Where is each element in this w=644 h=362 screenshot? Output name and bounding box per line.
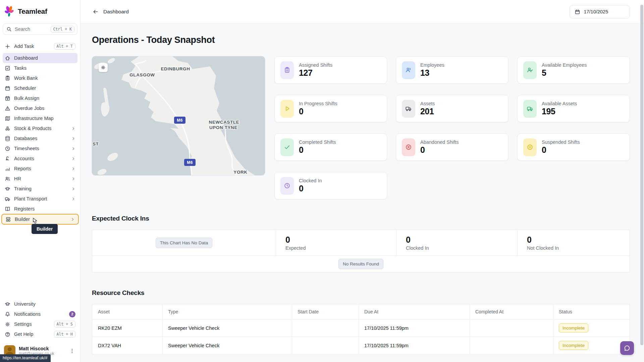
browser-status-url: https://ten.teamleaf.uk/# bbox=[0, 354, 51, 362]
add-task-shortcut: Alt + T bbox=[54, 43, 75, 50]
sidebar-item-infrastructure-map[interactable]: Infrastructure Map bbox=[3, 113, 77, 123]
add-task-button[interactable]: Add Task Alt + T bbox=[3, 42, 77, 51]
sidebar-item-label: Scheduler bbox=[14, 85, 75, 91]
m6-badge-1: M6 bbox=[177, 118, 182, 123]
sidebar-item-plant-transport[interactable]: Plant Transport bbox=[3, 194, 77, 204]
shortcut-hint: Alt + H bbox=[54, 331, 75, 338]
map-label-edinburgh: EDINBURGH bbox=[161, 66, 190, 71]
page-scrollbar[interactable] bbox=[640, 5, 643, 345]
clock-ins-results-row: No Results Found bbox=[92, 255, 630, 272]
operations-map[interactable]: M6 M6 GLASGOW EDINBURGH NEWCASTLE UPON T… bbox=[92, 56, 265, 175]
stat-card-available-employees: Available Employees5 bbox=[517, 56, 630, 84]
search-placeholder: Search bbox=[15, 26, 48, 32]
gear-icon bbox=[101, 65, 106, 70]
sidebar-item-label: Dashboard bbox=[14, 55, 75, 61]
stat-card-abandoned-shifts: Abandoned Shifts0 bbox=[396, 133, 508, 161]
stat-label: Suspended Shifts bbox=[542, 139, 580, 145]
play-icon bbox=[280, 100, 294, 118]
chat-bubble-icon bbox=[624, 345, 631, 352]
sidebar-nav: DashboardTasksWork BankSchedulerBulk Ass… bbox=[0, 53, 80, 225]
reports-icon bbox=[5, 166, 10, 172]
home-icon bbox=[5, 55, 10, 61]
date-picker[interactable]: 17/10/2025 bbox=[570, 5, 630, 18]
user-options-kebab-icon[interactable] bbox=[68, 347, 76, 355]
stat-value: 0 bbox=[542, 145, 580, 155]
brand[interactable]: Teamleaf bbox=[0, 0, 80, 21]
user-name: Matt Hiscock bbox=[19, 346, 65, 351]
cell-completed-at bbox=[470, 337, 553, 354]
stat-value: 13 bbox=[420, 68, 444, 78]
sidebar-item-label: University bbox=[14, 301, 75, 307]
resource-checks-table: AssetTypeStart DateDue AtCompleted AtSta… bbox=[92, 304, 630, 354]
sidebar-item-dashboard[interactable]: Dashboard bbox=[3, 53, 77, 63]
sidebar-item-label: Accounts bbox=[14, 156, 67, 161]
sidebar-item-label: Databases bbox=[14, 136, 67, 141]
column-header-status: Status bbox=[553, 304, 630, 319]
sidebar-item-hr[interactable]: HR bbox=[3, 174, 77, 184]
mouse-cursor-icon bbox=[31, 217, 38, 225]
stat-label: Abandoned Shifts bbox=[420, 139, 459, 145]
sidebar-item-label: Builder bbox=[15, 217, 67, 222]
sidebar-item-training[interactable]: Training bbox=[3, 184, 77, 194]
stat-card-clocked-in: Clocked In0 bbox=[274, 172, 387, 199]
sidebar-item-label: Training bbox=[14, 186, 67, 191]
search-icon bbox=[6, 26, 12, 32]
stat-card-suspended-shifts: Suspended Shifts0 bbox=[517, 133, 630, 161]
add-task-label: Add Task bbox=[14, 44, 50, 49]
sidebar-item-builder[interactable]: Builder bbox=[1, 214, 79, 225]
metric-label: Not Clocked In bbox=[527, 245, 630, 251]
book-icon bbox=[5, 206, 10, 212]
cell-status: Incomplete bbox=[553, 337, 630, 354]
sidebar-item-label: Settings bbox=[14, 321, 50, 327]
cell-asset: RK20 EZM bbox=[92, 319, 163, 337]
table-row[interactable]: RK20 EZMSweeper Vehicle Check17/10/2025 … bbox=[92, 319, 630, 337]
arrow-left-icon bbox=[93, 9, 99, 15]
search-input[interactable]: Search Ctrl + K bbox=[3, 23, 77, 35]
cell-type: Sweeper Vehicle Check bbox=[163, 337, 292, 354]
users-icon bbox=[402, 61, 415, 79]
sidebar-item-scheduler[interactable]: Scheduler bbox=[3, 83, 77, 93]
notifications-count-badge: 2 bbox=[69, 311, 75, 317]
metric-label: Clocked In bbox=[406, 245, 517, 251]
sidebar-item-label: Stock & Products bbox=[14, 126, 67, 131]
sidebar-item-reports[interactable]: Reports bbox=[3, 164, 77, 174]
map-icon bbox=[5, 116, 10, 121]
sidebar-item-get-help[interactable]: Get HelpAlt + H bbox=[3, 329, 77, 339]
grad-icon bbox=[5, 301, 10, 307]
stat-value: 0 bbox=[299, 107, 337, 116]
cell-start-date bbox=[292, 337, 359, 354]
cell-completed-at bbox=[470, 319, 553, 337]
sidebar-item-databases[interactable]: Databases bbox=[3, 133, 77, 143]
sidebar-item-settings[interactable]: SettingsAlt + S bbox=[3, 319, 77, 329]
sidebar-item-timesheets[interactable]: Timesheets bbox=[3, 143, 77, 154]
m6-badge-2: M6 bbox=[187, 160, 193, 165]
no-results-badge: No Results Found bbox=[338, 259, 383, 269]
status-badge: Incomplete bbox=[559, 323, 588, 333]
sidebar-item-university[interactable]: University bbox=[3, 299, 77, 309]
sidebar-item-notifications[interactable]: Notifications2 bbox=[3, 309, 77, 319]
sidebar: Teamleaf Search Ctrl + K Add Task Alt + … bbox=[0, 0, 80, 362]
expected-clock-ins-panel: This Chart Has No Data 0Expected0Clocked… bbox=[92, 230, 630, 273]
sidebar-item-stock-products[interactable]: Stock & Products bbox=[3, 123, 77, 133]
cell-type: Sweeper Vehicle Check bbox=[163, 319, 292, 337]
table-row[interactable]: DX72 VAHSweeper Vehicle Check17/10/2025 … bbox=[92, 337, 630, 354]
sidebar-item-overdue-jobs[interactable]: Overdue Jobs bbox=[3, 103, 77, 113]
sidebar-item-work-bank[interactable]: Work Bank bbox=[3, 73, 77, 83]
chat-widget-button[interactable] bbox=[620, 341, 634, 355]
stat-label: Employees bbox=[420, 62, 444, 68]
sidebar-item-accounts[interactable]: Accounts bbox=[3, 154, 77, 164]
sidebar-item-label: HR bbox=[14, 176, 67, 181]
sidebar-item-tasks[interactable]: Tasks bbox=[3, 63, 77, 73]
gear-icon bbox=[5, 321, 10, 327]
page-title: Operations - Today Snapshot bbox=[92, 35, 630, 45]
stat-card-in-progress-shifts: In Progress Shifts0 bbox=[274, 95, 387, 122]
back-button[interactable]: Dashboard bbox=[93, 9, 129, 15]
sidebar-item-bulk-assign[interactable]: Bulk Assign bbox=[3, 93, 77, 103]
sidebar-item-registers[interactable]: Registers bbox=[3, 204, 77, 214]
chevron-right-icon bbox=[71, 157, 75, 161]
chevron-right-icon bbox=[70, 217, 75, 222]
sidebar-item-label: Get Help bbox=[14, 331, 50, 337]
cell-due-at: 17/10/2025 11:59pm bbox=[359, 319, 470, 337]
map-settings-button[interactable] bbox=[99, 63, 108, 72]
calendar-icon bbox=[5, 85, 10, 91]
